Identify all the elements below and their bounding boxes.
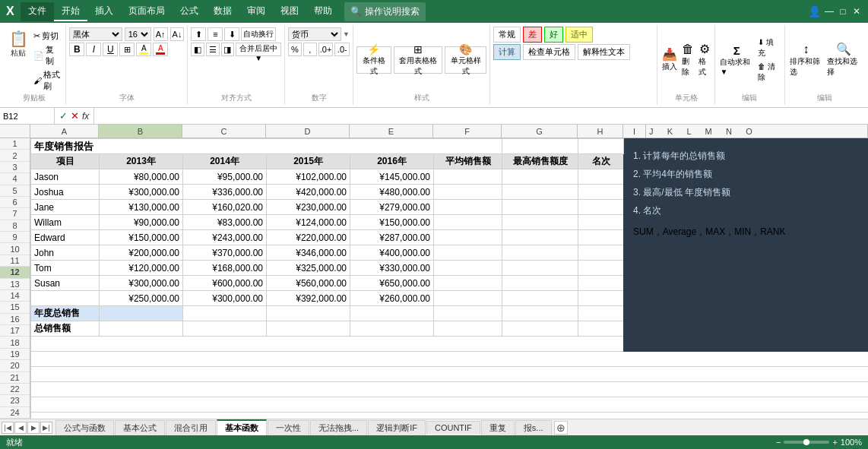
percent-btn[interactable]: % (288, 43, 302, 56)
cell-header-max[interactable]: 最高销售额度 (502, 154, 578, 169)
cell-joshua-avg[interactable] (434, 185, 502, 200)
status-zoom-control[interactable]: − + 100% (776, 438, 862, 447)
table-format-btn[interactable]: ⊞ 套用表格格式 (394, 46, 442, 74)
find-select-btn[interactable]: 🔍 查找和选择 (825, 40, 862, 79)
comma-btn[interactable]: , (303, 43, 317, 56)
cell-r13-g[interactable] (502, 321, 578, 337)
tab-nav-last[interactable]: ▶| (40, 422, 52, 434)
sheet-tab-nodrag[interactable]: 无法拖拽... (310, 420, 367, 435)
italic-btn[interactable]: I (86, 43, 101, 56)
font-grow-btn[interactable]: A↑ (154, 27, 168, 41)
cell-edward-2016[interactable]: ¥287,000.00 (350, 230, 434, 245)
cell-jane-2016[interactable]: ¥279,000.00 (350, 200, 434, 215)
sheet-tab-report[interactable]: 报s... (515, 420, 552, 435)
cell-tom-2015[interactable]: ¥325,000.00 (267, 261, 350, 276)
cell-r16[interactable] (31, 367, 869, 382)
cell-header-avg[interactable]: 平均销售额 (434, 154, 502, 169)
cell-header-item[interactable]: 项目 (31, 154, 100, 169)
cell-r13-d[interactable] (267, 321, 350, 337)
cell-willam-2014[interactable]: ¥83,000.00 (183, 215, 267, 230)
cell-jason-max[interactable] (502, 169, 578, 185)
menu-data[interactable]: 数据 (206, 2, 239, 21)
align-left-btn[interactable]: ◧ (191, 43, 204, 56)
font-size-select[interactable]: 16 (125, 27, 151, 41)
cell-susan-max[interactable] (502, 276, 578, 291)
sheet-tab-basic-formula[interactable]: 基本公式 (115, 420, 165, 435)
cell-edward-2014[interactable]: ¥243,000.00 (183, 230, 267, 245)
tab-nav-prev[interactable]: ◀ (14, 422, 27, 434)
menu-view[interactable]: 视图 (273, 2, 306, 21)
bold-btn[interactable]: B (69, 43, 84, 56)
cell-joshua-2013[interactable]: ¥300,000.00 (100, 185, 183, 200)
dec-decrease-btn[interactable]: .0- (334, 43, 350, 56)
cell-jason-2014[interactable]: ¥95,000.00 (183, 169, 267, 185)
sheet-tab-repeat[interactable]: 重复 (481, 420, 515, 435)
font-color-btn[interactable]: A (153, 43, 168, 56)
cell-r11-h[interactable] (578, 291, 624, 306)
cell-header-2014[interactable]: 2014年 (183, 154, 267, 169)
zoom-out-btn[interactable]: − (776, 438, 781, 447)
cancel-formula-icon[interactable]: ✕ (71, 110, 79, 122)
cell-r11-g[interactable] (502, 291, 578, 306)
cell-tom-2016[interactable]: ¥330,000.00 (350, 261, 434, 276)
table-row[interactable] (31, 352, 869, 367)
cell-r13-h[interactable] (578, 321, 624, 337)
menu-start[interactable]: 开始 (54, 2, 87, 21)
cell-header-2016[interactable]: 2016年 (350, 154, 434, 169)
align-top-btn[interactable]: ⬆ (191, 27, 206, 41)
cell-jason-name[interactable]: Jason (31, 169, 100, 185)
cell-header-2015[interactable]: 2015年 (267, 154, 350, 169)
cell-edward-max[interactable] (502, 230, 578, 245)
cell-willam-rank[interactable] (578, 215, 624, 230)
cut-btn[interactable]: ✂ 剪切 (32, 30, 62, 43)
cell-john-avg[interactable] (434, 245, 502, 261)
sheet-tab-mixed-ref[interactable]: 混合引用 (166, 420, 216, 435)
clear-btn[interactable]: 🗑 清除 (756, 61, 781, 84)
table-row[interactable] (31, 413, 869, 419)
cell-r11-b[interactable]: ¥250,000.00 (100, 291, 183, 306)
cell-r18[interactable] (31, 397, 869, 413)
table-row[interactable] (31, 397, 869, 413)
tab-nav-first[interactable]: |◀ (2, 422, 14, 434)
cell-r15[interactable] (31, 352, 869, 367)
sheet-tab-formulas[interactable]: 公式与函数 (55, 420, 114, 435)
cell-r12-c[interactable] (183, 306, 267, 321)
cell-susan-2013[interactable]: ¥300,000.00 (100, 276, 183, 291)
cell-john-2016[interactable]: ¥400,000.00 (350, 245, 434, 261)
style-bad[interactable]: 差 (523, 27, 542, 43)
add-sheet-btn[interactable]: ⊕ (554, 421, 568, 435)
menu-help[interactable]: 帮助 (306, 2, 340, 21)
insert-cells-btn[interactable]: 📥 插入 (661, 46, 679, 74)
cell-header-rank[interactable]: 名次 (578, 154, 624, 169)
cell-joshua-name[interactable]: Joshua (31, 185, 100, 200)
fill-color-btn[interactable]: A (136, 43, 151, 56)
underline-btn[interactable]: U (103, 43, 118, 56)
cell-header-2013[interactable]: 2013年 (100, 154, 183, 169)
cell-jane-2013[interactable]: ¥130,000.00 (100, 200, 183, 215)
cell-tom-2014[interactable]: ¥168,000.00 (183, 261, 267, 276)
search-box[interactable]: 🔍 操作说明搜索 (344, 2, 426, 21)
maximize-btn[interactable]: □ (838, 6, 848, 17)
cell-r17[interactable] (31, 382, 869, 397)
cell-jason-2016[interactable]: ¥145,000.00 (350, 169, 434, 185)
align-right-btn[interactable]: ◨ (221, 43, 235, 56)
menu-insert[interactable]: 插入 (87, 2, 121, 21)
insert-function-icon[interactable]: fx (82, 111, 89, 122)
copy-btn[interactable]: 📄 复制 (32, 43, 62, 68)
cell-susan-name[interactable]: Susan (31, 276, 100, 291)
cell-joshua-rank[interactable] (578, 185, 624, 200)
menu-file[interactable]: 文件 (21, 2, 54, 21)
format-cells-btn[interactable]: ⚙ 格式 (697, 40, 711, 79)
cell-r13-c[interactable] (183, 321, 267, 337)
cell-r13-e[interactable] (350, 321, 434, 337)
style-good[interactable]: 好 (544, 27, 563, 43)
dec-increase-btn[interactable]: .0+ (318, 43, 334, 56)
cell-edward-rank[interactable] (578, 230, 624, 245)
autosum-btn[interactable]: Σ 自动求和▼ (718, 43, 755, 77)
zoom-in-btn[interactable]: + (832, 438, 837, 447)
fill-btn[interactable]: ⬇ 填充 (756, 36, 781, 59)
wrap-text-btn[interactable]: 自动换行 (241, 27, 276, 41)
cell-tom-name[interactable]: Tom (31, 261, 100, 276)
cell-title[interactable]: 年度销售报告 (31, 139, 502, 154)
cell-edward-2013[interactable]: ¥150,000.00 (100, 230, 183, 245)
